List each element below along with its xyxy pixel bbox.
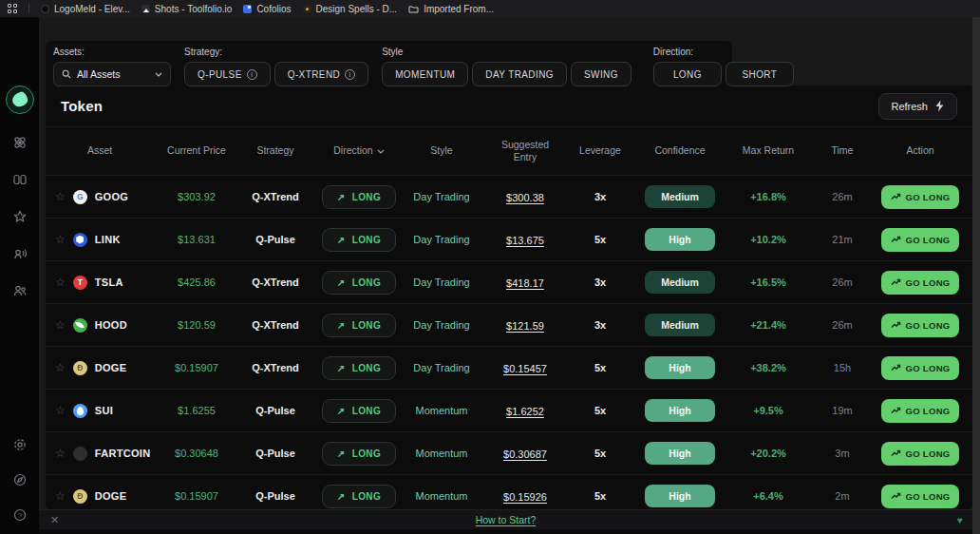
bookmark-label: Cofolios — [256, 4, 291, 14]
style-filter-group: Style MOMENTUM DAY TRADING SWING — [382, 47, 631, 86]
go-long-button[interactable]: GO LONG — [881, 442, 960, 466]
trend-up-icon — [891, 321, 901, 329]
asset-icon: Đ — [73, 489, 87, 504]
current-price: $0.30648 — [158, 448, 236, 459]
go-long-button[interactable]: GO LONG — [881, 485, 960, 508]
suggested-entry[interactable]: $1.6252 — [506, 406, 544, 417]
go-long-button[interactable]: GO LONG — [881, 399, 960, 423]
go-long-button[interactable]: GO LONG — [881, 228, 960, 252]
table-row[interactable]: ☆ FARTCOIN $0.30648 Q-Pulse ↗ LONG Momen… — [46, 431, 972, 474]
info-icon: i — [247, 69, 257, 80]
table-row[interactable]: ☆ G GOOG $303.92 Q-XTrend ↗ LONG Day Tra… — [46, 175, 972, 218]
bookmark-label: LogoMeld - Elev... — [54, 4, 130, 14]
go-long-label: GO LONG — [906, 277, 951, 288]
go-long-label: GO LONG — [906, 406, 951, 416]
max-return-value: +10.2% — [729, 234, 807, 245]
suggested-entry[interactable]: $300.38 — [506, 192, 544, 203]
how-to-start-link[interactable]: How to Start? — [476, 514, 537, 525]
table-row[interactable]: ☆ SUI $1.6255 Q-Pulse ↗ LONG Momentum $1… — [46, 389, 972, 431]
go-long-button[interactable]: GO LONG — [881, 185, 960, 209]
go-long-button[interactable]: GO LONG — [881, 314, 960, 337]
current-price: $13.631 — [158, 234, 236, 245]
direction-pill[interactable]: ↗ LONG — [322, 356, 396, 380]
current-price: $0.15907 — [158, 490, 236, 502]
direction-value: LONG — [352, 406, 382, 416]
strategy-value: Q-Pulse — [236, 405, 315, 416]
app-logo[interactable] — [6, 86, 34, 114]
apps-grid-icon[interactable] — [8, 4, 17, 13]
strategy-q-xtrend-button[interactable]: Q-XTREND i — [274, 62, 368, 86]
users-icon[interactable] — [12, 283, 28, 298]
asset-icon — [73, 447, 87, 461]
suggested-entry[interactable]: $121.59 — [506, 320, 544, 332]
direction-value: LONG — [352, 448, 382, 459]
direction-long-button[interactable]: LONG — [653, 62, 722, 86]
direction-pill[interactable]: ↗ LONG — [322, 228, 396, 252]
favorite-star-icon[interactable]: ☆ — [55, 361, 66, 374]
max-return-value: +16.5% — [729, 277, 807, 288]
suggested-entry[interactable]: $0.15457 — [503, 363, 547, 374]
strategy-value: Q-XTrend — [236, 362, 315, 373]
go-long-button[interactable]: GO LONG — [881, 356, 960, 380]
bookmark-design-spells[interactable]: Design Spells - D... — [303, 4, 398, 14]
strategy-filter-group: Strategy: Q-PULSE i Q-XTREND i — [184, 47, 368, 86]
direction-pill[interactable]: ↗ LONG — [322, 399, 396, 423]
filters-toolbar: Assets: All Assets Strategy: Q-PULSE i — [46, 41, 732, 96]
bookmark-imported-from[interactable]: Imported From... — [408, 4, 494, 14]
direction-pill[interactable]: ↗ LONG — [322, 485, 396, 508]
close-icon[interactable]: ✕ — [50, 514, 59, 526]
asset-name: DOGE — [95, 362, 127, 373]
star-icon[interactable] — [12, 209, 28, 224]
assets-select[interactable]: All Assets — [53, 62, 171, 86]
bookmark-shots[interactable]: Shots - Toolfolio.io — [141, 4, 233, 14]
style-swing-button[interactable]: SWING — [571, 62, 631, 86]
favorite-star-icon[interactable]: ☆ — [55, 233, 66, 246]
suggested-entry[interactable]: $0.15926 — [503, 491, 547, 503]
favorite-star-icon[interactable]: ☆ — [55, 447, 66, 460]
compass-icon[interactable] — [12, 472, 28, 487]
bookmark-logomeld[interactable]: LogoMeld - Elev... — [41, 4, 130, 14]
favorite-star-icon[interactable]: ☆ — [55, 404, 66, 417]
style-value: Day Trading — [403, 191, 481, 202]
gear-icon[interactable] — [12, 437, 28, 452]
style-day-trading-button[interactable]: DAY TRADING — [472, 62, 567, 86]
strategy-q-pulse-button[interactable]: Q-PULSE i — [184, 62, 271, 86]
search-icon — [62, 69, 71, 79]
divider — [28, 4, 29, 13]
table-row[interactable]: ☆ LINK $13.631 Q-Pulse ↗ LONG Day Tradin… — [46, 218, 972, 260]
favorite-star-icon[interactable]: ☆ — [55, 489, 66, 503]
favorite-star-icon[interactable]: ☆ — [55, 190, 66, 203]
asset-icon — [73, 318, 87, 333]
asset-name: HOOD — [95, 319, 127, 331]
time-value: 2m — [807, 490, 877, 502]
table-row[interactable]: ☆ T TSLA $425.86 Q-XTrend ↗ LONG Day Tra… — [46, 260, 972, 303]
table-row[interactable]: ☆ HOOD $120.59 Q-XTrend ↗ LONG Day Tradi… — [46, 303, 972, 346]
go-long-button[interactable]: GO LONG — [881, 271, 960, 295]
columns-icon[interactable] — [12, 172, 28, 187]
col-direction[interactable]: Direction — [315, 144, 403, 157]
atom-icon[interactable] — [12, 135, 28, 150]
direction-pill[interactable]: ↗ LONG — [322, 185, 396, 209]
max-return-value: +20.2% — [729, 448, 807, 459]
table-row[interactable]: ☆ Đ DOGE $0.15907 Q-Pulse ↗ LONG Momentu… — [46, 474, 972, 509]
refresh-button[interactable]: Refresh — [878, 93, 957, 120]
direction-short-button[interactable]: SHORT — [726, 62, 794, 86]
style-momentum-button[interactable]: MOMENTUM — [382, 62, 468, 86]
favorite-star-icon[interactable]: ☆ — [55, 318, 66, 332]
style-value: Momentum — [403, 448, 481, 459]
direction-pill[interactable]: ↗ LONG — [322, 314, 396, 337]
suggested-entry[interactable]: $13.675 — [506, 235, 544, 246]
bottom-banner: ✕ How to Start? ♥ — [39, 509, 972, 529]
table-row[interactable]: ☆ Đ DOGE $0.15907 Q-XTrend ↗ LONG Day Tr… — [46, 346, 972, 389]
announce-icon[interactable] — [12, 246, 28, 261]
cofolios-favicon — [243, 5, 252, 13]
asset-name: GOOG — [95, 191, 128, 202]
favorite-star-icon[interactable]: ☆ — [55, 276, 66, 289]
suggested-entry[interactable]: $0.30687 — [503, 448, 547, 460]
direction-pill[interactable]: ↗ LONG — [322, 442, 396, 466]
bookmark-cofolios[interactable]: Cofolios — [243, 4, 291, 14]
direction-pill[interactable]: ↗ LONG — [322, 271, 396, 295]
suggested-entry[interactable]: $418.17 — [506, 277, 544, 289]
go-long-label: GO LONG — [906, 235, 951, 245]
help-icon[interactable]: ? — [12, 507, 28, 523]
